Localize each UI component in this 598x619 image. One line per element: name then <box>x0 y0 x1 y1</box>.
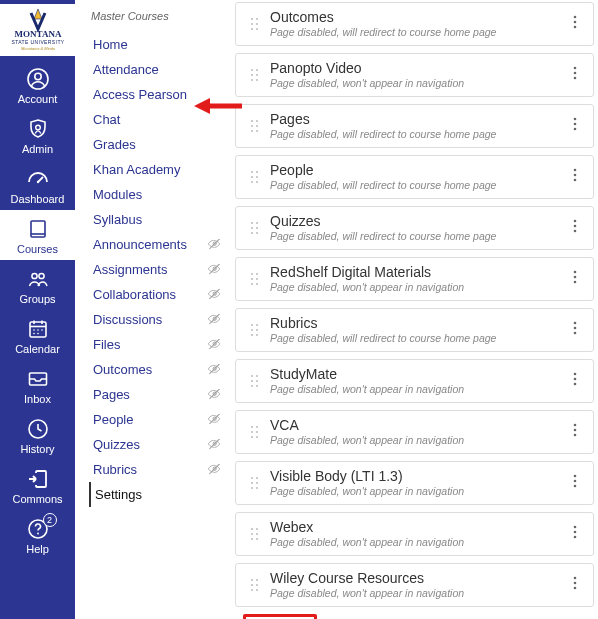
global-nav-courses[interactable]: Courses <box>0 210 75 260</box>
book-icon <box>25 216 51 242</box>
course-nav-item[interactable]: Rubrics <box>89 457 233 482</box>
global-nav-help[interactable]: 2Help <box>0 510 75 560</box>
course-nav-label: Access Pearson <box>93 87 229 102</box>
drag-handle-icon[interactable] <box>246 526 262 542</box>
nav-item-card: RubricsPage disabled, will redirect to c… <box>235 308 594 352</box>
course-nav-item[interactable]: Attendance <box>89 57 233 82</box>
global-nav-groups[interactable]: Groups <box>0 260 75 310</box>
course-nav-item[interactable]: Quizzes <box>89 432 233 457</box>
nav-item-card: QuizzesPage disabled, will redirect to c… <box>235 206 594 250</box>
nav-item-subtitle: Page disabled, will redirect to course h… <box>270 179 569 191</box>
global-nav-inbox[interactable]: Inbox <box>0 360 75 410</box>
drag-handle-icon[interactable] <box>246 271 262 287</box>
nav-item-subtitle: Page disabled, won't appear in navigatio… <box>270 281 569 293</box>
global-nav-dashboard[interactable]: Dashboard <box>0 160 75 210</box>
course-nav-item[interactable]: Announcements <box>89 232 233 257</box>
drag-handle-icon[interactable] <box>246 169 262 185</box>
global-nav-history[interactable]: History <box>0 410 75 460</box>
nav-item-card: OutcomesPage disabled, will redirect to … <box>235 2 594 46</box>
kebab-menu-icon[interactable] <box>569 371 585 390</box>
course-nav-item[interactable]: Settings <box>89 482 233 507</box>
nav-item-card: Panopto VideoPage disabled, won't appear… <box>235 53 594 97</box>
course-nav-item[interactable]: Discussions <box>89 307 233 332</box>
kebab-menu-icon[interactable] <box>569 14 585 33</box>
course-nav-label: Rubrics <box>93 462 207 477</box>
nav-item-subtitle: Page disabled, will redirect to course h… <box>270 26 569 38</box>
global-nav-label: Commons <box>12 493 62 505</box>
gauge-icon <box>25 166 51 192</box>
global-nav-account[interactable]: Account <box>0 60 75 110</box>
nav-item-card: Visible Body (LTI 1.3)Page disabled, won… <box>235 461 594 505</box>
course-nav-label: Home <box>93 37 229 52</box>
course-nav-item[interactable]: Syllabus <box>89 207 233 232</box>
nav-item-title: Pages <box>270 111 569 127</box>
drag-handle-icon[interactable] <box>246 373 262 389</box>
drag-handle-icon[interactable] <box>246 475 262 491</box>
global-nav-label: Admin <box>22 143 53 155</box>
course-nav-item[interactable]: Modules <box>89 182 233 207</box>
course-nav-item[interactable]: Collaborations <box>89 282 233 307</box>
hidden-eye-icon <box>207 364 223 376</box>
nav-item-subtitle: Page disabled, won't appear in navigatio… <box>270 536 569 548</box>
course-nav-label: Grades <box>93 137 229 152</box>
global-nav-label: Courses <box>17 243 58 255</box>
institution-logo[interactable]: MONTANA STATE UNIVERSITY Mountains & Min… <box>0 4 75 56</box>
global-nav-commons[interactable]: Commons <box>0 460 75 510</box>
breadcrumb[interactable]: Master Courses <box>91 10 233 22</box>
nav-item-card: RedShelf Digital MaterialsPage disabled,… <box>235 257 594 301</box>
nav-item-subtitle: Page disabled, will redirect to course h… <box>270 230 569 242</box>
kebab-menu-icon[interactable] <box>569 575 585 594</box>
course-nav-item[interactable]: People <box>89 407 233 432</box>
user-circle-icon <box>25 66 51 92</box>
course-nav-label: Syllabus <box>93 212 229 227</box>
hidden-eye-icon <box>207 289 223 301</box>
course-nav-label: Discussions <box>93 312 207 327</box>
kebab-menu-icon[interactable] <box>569 422 585 441</box>
hidden-eye-icon <box>207 339 223 351</box>
svg-text:Mountains & Minds: Mountains & Minds <box>20 46 54 51</box>
global-nav-label: Account <box>18 93 58 105</box>
kebab-menu-icon[interactable] <box>569 524 585 543</box>
navigation-settings-panel: OutcomesPage disabled, will redirect to … <box>233 0 598 619</box>
drag-handle-icon[interactable] <box>246 220 262 236</box>
course-nav-label: Settings <box>95 487 229 502</box>
kebab-menu-icon[interactable] <box>569 320 585 339</box>
drag-handle-icon[interactable] <box>246 67 262 83</box>
nav-item-card: WebexPage disabled, won't appear in navi… <box>235 512 594 556</box>
hidden-eye-icon <box>207 439 223 451</box>
global-nav-calendar[interactable]: Calendar <box>0 310 75 360</box>
course-nav-item[interactable]: Grades <box>89 132 233 157</box>
drag-handle-icon[interactable] <box>246 16 262 32</box>
kebab-menu-icon[interactable] <box>569 473 585 492</box>
course-nav-item[interactable]: Home <box>89 32 233 57</box>
nav-item-title: RedShelf Digital Materials <box>270 264 569 280</box>
course-nav-item[interactable]: Khan Academy <box>89 157 233 182</box>
global-nav-admin[interactable]: Admin <box>0 110 75 160</box>
drag-handle-icon[interactable] <box>246 424 262 440</box>
course-nav-label: Outcomes <box>93 362 207 377</box>
kebab-menu-icon[interactable] <box>569 116 585 135</box>
drag-handle-icon[interactable] <box>246 118 262 134</box>
nav-item-subtitle: Page disabled, won't appear in navigatio… <box>270 485 569 497</box>
course-nav-item[interactable]: Files <box>89 332 233 357</box>
course-nav-item[interactable]: Chat <box>89 107 233 132</box>
nav-item-subtitle: Page disabled, won't appear in navigatio… <box>270 587 569 599</box>
badge: 2 <box>43 513 57 527</box>
kebab-menu-icon[interactable] <box>569 218 585 237</box>
global-nav-label: Inbox <box>24 393 51 405</box>
course-nav-item[interactable]: Outcomes <box>89 357 233 382</box>
kebab-menu-icon[interactable] <box>569 167 585 186</box>
course-nav-item[interactable]: Access Pearson <box>89 82 233 107</box>
course-nav-item[interactable]: Assignments <box>89 257 233 282</box>
nav-item-subtitle: Page disabled, won't appear in navigatio… <box>270 77 569 89</box>
hidden-eye-icon <box>207 464 223 476</box>
nav-item-subtitle: Page disabled, will redirect to course h… <box>270 332 569 344</box>
kebab-menu-icon[interactable] <box>569 65 585 84</box>
course-nav-label: Announcements <box>93 237 207 252</box>
nav-item-title: Visible Body (LTI 1.3) <box>270 468 569 484</box>
share-icon <box>25 466 51 492</box>
drag-handle-icon[interactable] <box>246 322 262 338</box>
course-nav-item[interactable]: Pages <box>89 382 233 407</box>
drag-handle-icon[interactable] <box>246 577 262 593</box>
kebab-menu-icon[interactable] <box>569 269 585 288</box>
